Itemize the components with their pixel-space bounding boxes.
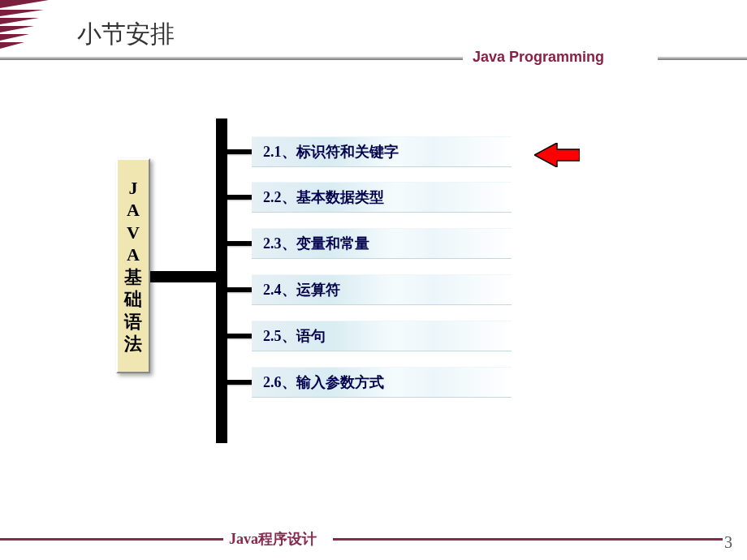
branch-connector bbox=[226, 287, 252, 292]
branch-connector bbox=[226, 149, 252, 154]
slide-subtitle: Java Programming bbox=[473, 49, 604, 66]
bracket-horizontal bbox=[150, 271, 217, 282]
footer-title: Java程序设计 bbox=[229, 529, 317, 549]
footer-rule-right bbox=[333, 538, 723, 541]
slide-header: 小节安排 Java Programming bbox=[0, 0, 747, 65]
slide-title: 小节安排 bbox=[77, 18, 175, 51]
outline-diagram: J A V A 基 础 语 法 2.1、标识符和关键字 2.2、基本数据类型 2… bbox=[114, 122, 593, 446]
section-item-2-1: 2.1、标识符和关键字 bbox=[252, 136, 512, 167]
footer-rule-left bbox=[0, 538, 223, 541]
header-rule-left bbox=[0, 57, 463, 60]
section-item-2-2: 2.2、基本数据类型 bbox=[252, 182, 512, 213]
branch-connector bbox=[226, 241, 252, 246]
bracket-vertical bbox=[216, 118, 227, 443]
header-rule-right bbox=[658, 57, 747, 60]
slide-footer: Java程序设计 3 bbox=[0, 528, 747, 555]
section-item-2-3: 2.3、变量和常量 bbox=[252, 228, 512, 259]
section-item-2-6: 2.6、输入参数方式 bbox=[252, 367, 512, 398]
section-item-2-4: 2.4、运算符 bbox=[252, 274, 512, 305]
branch-connector bbox=[226, 195, 252, 200]
current-section-arrow-icon bbox=[534, 143, 580, 167]
page-number: 3 bbox=[724, 533, 732, 552]
corner-decoration-icon bbox=[0, 0, 49, 49]
branch-connector bbox=[226, 334, 252, 338]
chapter-side-label: J A V A 基 础 语 法 bbox=[116, 158, 150, 373]
section-item-2-5: 2.5、语句 bbox=[252, 321, 512, 351]
branch-connector bbox=[226, 380, 252, 385]
